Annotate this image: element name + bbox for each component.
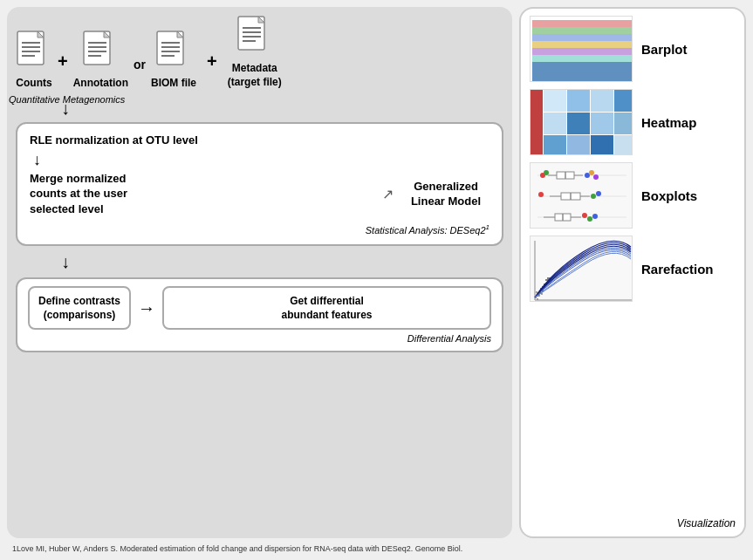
svg-point-59 [538,192,544,197]
svg-rect-27 [532,41,632,48]
svg-point-86 [539,291,541,293]
biom-doc-icon [155,31,192,74]
svg-point-84 [538,295,540,297]
diag-arrows: ↗ [382,186,394,202]
biom-label: BIOM file [151,77,196,89]
barplot-thumbnail [530,16,633,82]
main-content: Counts + Annotation or [7,7,746,538]
svg-point-53 [593,174,599,180]
differential-row: Define contrasts(comparisons) → Get diff… [28,286,491,330]
diff-analysis-label: Differential Analysis [28,333,491,344]
differential-features-box: Get differentialabundant features [162,286,491,330]
barplot-svg [531,17,633,82]
svg-rect-30 [532,62,632,81]
merge-glm-row: Merge normalizedcounts at the userselect… [30,171,489,217]
svg-rect-41 [567,135,590,155]
svg-point-85 [537,293,539,295]
svg-point-50 [544,170,549,175]
plus-operator-2: + [200,51,224,72]
arrow-down-3: ↓ [16,251,503,272]
barplot-row: Barplot [530,16,736,82]
rle-norm-label: RLE normalization at OTU level [30,133,489,148]
left-workflow-area: Counts + Annotation or [7,7,512,538]
heatmap-row: Heatmap [530,89,736,155]
normalization-box: RLE normalization at OTU level ↓ Merge n… [16,122,503,246]
glm-label: GeneralizedLinear Model [402,179,489,209]
arrow-right-bottom: → [138,298,155,318]
svg-rect-31 [531,90,543,155]
counts-doc-icon [16,31,52,74]
metadata-input-group: Metadata(target file) [228,16,282,89]
svg-point-69 [592,214,598,219]
visualization-label: Visualization [530,517,736,529]
page-root: Counts + Annotation or [0,0,753,560]
boxplots-thumbnail [530,162,633,229]
visualization-panel: Barplot [519,7,746,538]
biom-input-group: BIOM file [151,31,196,89]
svg-rect-35 [614,90,633,112]
annotation-label: Annotation [73,77,128,89]
boxplots-row: Boxplots [530,162,736,229]
svg-rect-39 [614,113,633,134]
svg-point-88 [536,291,537,293]
svg-rect-29 [532,55,632,62]
rarefaction-thumbnail [530,236,633,302]
define-contrasts-box: Define contrasts(comparisons) [28,286,131,330]
svg-rect-28 [532,48,632,55]
svg-rect-33 [567,90,590,112]
counts-label: Counts [16,77,51,89]
svg-point-87 [541,293,543,295]
metadata-doc-icon [236,16,273,59]
svg-rect-37 [567,113,590,134]
counts-input-group: Counts [16,31,52,89]
svg-rect-34 [591,90,613,112]
rarefaction-row: Rarefaction [530,236,736,302]
svg-rect-36 [544,113,566,134]
svg-rect-26 [532,34,632,41]
heatmap-thumbnail [530,89,633,155]
svg-rect-42 [591,135,613,155]
boxplots-label: Boxplots [641,188,697,203]
or-operator: or [132,58,147,72]
annotation-doc-icon [82,31,119,74]
annotation-input-group: Annotation [73,31,128,89]
footnote: 1Love MI, Huber W, Anders S. Moderated e… [7,542,746,557]
svg-rect-40 [544,135,566,155]
svg-point-67 [582,213,587,218]
arrow-down-1: ↓ [16,99,503,117]
svg-rect-43 [614,135,633,155]
differential-box: Define contrasts(comparisons) → Get diff… [16,277,503,352]
metadata-label: Metadata(target file) [228,62,282,89]
svg-rect-32 [544,90,566,112]
boxplots-svg [531,163,633,229]
heatmap-label: Heatmap [641,115,696,130]
arrow-down-2: ↓ [30,152,489,167]
rarefaction-label: Rarefaction [641,262,714,277]
svg-point-51 [585,173,590,178]
merge-label: Merge normalizedcounts at the userselect… [30,171,373,217]
stat-analysis-label: Statistical Analysis: DESeq21 [30,223,489,236]
svg-rect-24 [532,20,632,27]
svg-point-76 [547,277,549,279]
inputs-row: Counts + Annotation or [16,16,503,94]
svg-point-68 [587,216,592,222]
svg-rect-38 [591,113,613,134]
svg-rect-25 [532,27,632,34]
svg-point-52 [589,170,594,175]
plus-operator-1: + [56,51,70,72]
svg-point-75 [545,279,547,281]
barplot-label: Barplot [641,42,688,57]
svg-point-60 [591,194,596,199]
heatmap-svg [531,90,633,155]
rarefaction-svg [531,236,633,302]
svg-point-61 [596,191,601,196]
